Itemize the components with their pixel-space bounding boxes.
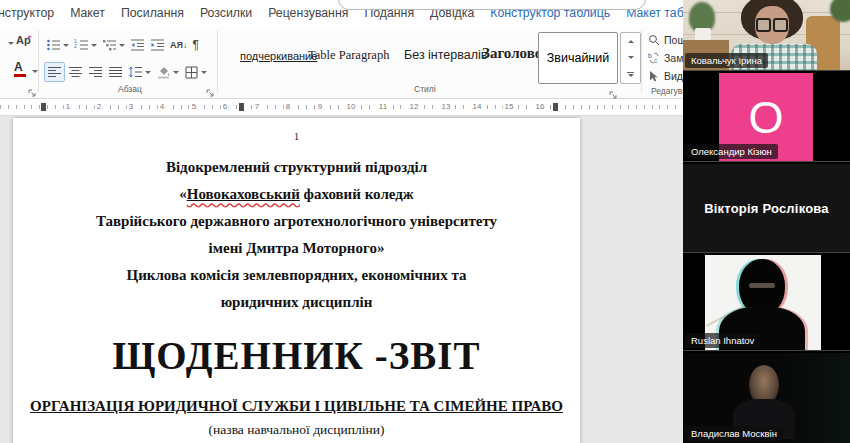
shading-bucket-button[interactable] [154, 63, 181, 81]
planter-decor [695, 28, 711, 40]
doc-line-disciplines[interactable]: юридичних дисциплін [13, 289, 580, 316]
doc-title[interactable]: ЩОДЕННИК -ЗВІТ [13, 334, 580, 378]
participant-display-name: Вікторія Рослікова [704, 201, 829, 216]
horizontal-ruler[interactable]: 1 2 3 4 5 6 7 8 9 10 11 12 13 14 15 16 [0, 99, 683, 116]
ruler-number: 8 [284, 102, 292, 111]
doc-line-college[interactable]: «Новокаховський фаховий коледж [13, 181, 580, 208]
style-no-spacing[interactable]: Без інтервалів [404, 48, 487, 62]
tab-references[interactable]: Посилання [113, 6, 192, 20]
font-color-bar [14, 74, 26, 77]
word-application: Конструктор Макет Посилання Розсилки Рец… [0, 0, 683, 443]
ruler-number: 14 [471, 102, 484, 111]
decrease-indent-button[interactable] [128, 36, 147, 54]
align-left-button[interactable] [44, 62, 65, 82]
ruler-number: 12 [408, 102, 421, 111]
font-size-dropdown-icon[interactable] [8, 42, 14, 45]
font-color-dropdown-icon[interactable] [32, 70, 38, 73]
participant-name-label: Ruslan Ihnatov [685, 333, 760, 348]
style-normal-selected[interactable]: Звичайний [538, 32, 618, 84]
styles-group-label: Стилі [414, 84, 436, 94]
pilcrow-button[interactable]: ¶ [190, 36, 200, 54]
document-canvas: 1 Відокремлений структурний підрозділ «Н… [0, 116, 683, 443]
ruler-number: 16 [534, 102, 547, 111]
video-tile-participant-4[interactable]: Ruslan Ihnatov [683, 255, 850, 351]
paragraph-group-label: Абзац [118, 84, 142, 94]
tab-constructor[interactable]: Конструктор [0, 6, 62, 20]
ruler-number: 11 [377, 102, 389, 111]
borders-button[interactable] [182, 63, 209, 81]
ruler-table-marker[interactable] [239, 103, 244, 111]
spellcheck-word[interactable]: Новокаховський [187, 186, 300, 202]
line-spacing-button[interactable] [126, 63, 153, 81]
search-icon [648, 34, 660, 46]
ruler-number: 1 [64, 102, 72, 111]
ruler-margin-marker[interactable] [41, 103, 46, 111]
gallery-up-icon[interactable] [628, 40, 634, 43]
replace-button[interactable]: bc Замінити [648, 52, 683, 64]
gallery-down-icon[interactable] [628, 56, 634, 59]
video-tile-participant-2[interactable]: O Олександир Кізюн [683, 73, 850, 162]
group-divider [38, 30, 39, 92]
ruler-number: 5 [190, 102, 198, 111]
ruler-number: 10 [345, 102, 358, 111]
multilevel-list-button[interactable] [100, 36, 127, 54]
title-search-box[interactable] [338, 0, 646, 10]
tab-layout[interactable]: Макет [62, 6, 113, 20]
style-podcherkivanie[interactable]: подчеркивание [240, 50, 317, 62]
font-color-button[interactable]: А [14, 62, 26, 77]
svg-text:2: 2 [74, 43, 77, 49]
font-dialog-launcher-icon[interactable] [27, 84, 37, 94]
styles-gallery-scroll[interactable] [620, 32, 641, 84]
ruler-number: 2 [95, 102, 103, 111]
ruler-margin-marker[interactable] [553, 103, 558, 111]
find-button[interactable]: Пошук [648, 34, 683, 46]
document-page[interactable]: 1 Відокремлений структурний підрозділ «Н… [13, 118, 580, 443]
video-call-panel: Ковальчук Ірина O Олександир Кізюн Вікто… [683, 0, 850, 443]
font-group: Ар ✦ А [0, 26, 38, 98]
increase-indent-button[interactable] [148, 36, 167, 54]
ruler-number: 4 [158, 102, 166, 111]
styles-dialog-launcher-icon[interactable] [608, 86, 618, 96]
select-button[interactable]: Виділити [648, 70, 683, 82]
svg-text:b: b [648, 52, 652, 59]
ruler-number: 6 [221, 102, 229, 111]
doc-subject[interactable]: ОРГАНІЗАЦІЯ ЮРИДИЧНОЇ СЛУЖБИ І ЦИВІЛЬНЕ … [13, 394, 580, 418]
align-center-button[interactable] [66, 63, 85, 81]
clear-formatting-spark-icon: ✦ [26, 33, 33, 42]
participant-name-label: Олександир Кізюн [685, 144, 778, 159]
doc-line-commission[interactable]: Циклова комісія землевпорядних, економіч… [13, 262, 580, 289]
ruler-number: 15 [503, 102, 516, 111]
paragraph-dialog-launcher-icon[interactable] [205, 84, 215, 94]
numbered-list-button[interactable]: 12 [72, 36, 99, 54]
styles-group: подчеркивание Table Paragraph Без інтерв… [218, 26, 640, 98]
gallery-expand-icon[interactable] [627, 72, 634, 77]
avatar-initial: O [748, 95, 783, 140]
participant-name-label: Ковальчук Ірина [685, 53, 768, 68]
video-tile-participant-3[interactable]: Вікторія Рослікова [683, 164, 850, 253]
tab-mailings[interactable]: Розсилки [192, 6, 260, 20]
justify-button[interactable] [106, 63, 125, 81]
ribbon: Ар ✦ А 12 [0, 26, 683, 99]
doc-line-subdivision[interactable]: Відокремлений структурний підрозділ [13, 154, 580, 181]
align-right-button[interactable] [86, 63, 105, 81]
editing-group-label: Редагування [651, 86, 683, 96]
ruler-number: 13 [440, 102, 453, 111]
style-table-paragraph[interactable]: Table Paragraph [308, 48, 389, 63]
doc-line-named-after[interactable]: імені Дмитра Моторного» [13, 235, 580, 262]
svg-text:c: c [654, 57, 658, 64]
sort-button[interactable]: АЯ↓ [168, 36, 189, 54]
page-number: 1 [13, 130, 580, 142]
doc-line-university[interactable]: Таврійського державного агротехнологічно… [13, 208, 580, 235]
cursor-arrow-icon [648, 70, 660, 82]
editing-group: Пошук bc Замінити Виділити Редагування [645, 26, 683, 98]
doc-caption[interactable]: (назва навчальної дисципліни) [13, 422, 580, 438]
bullet-list-button[interactable] [44, 36, 71, 54]
ribbon-tab-bar: Конструктор Макет Посилання Розсилки Рец… [0, 0, 683, 26]
video-tile-participant-5[interactable]: Владислав Москвін [683, 353, 850, 443]
ruler-number: 3 [127, 102, 135, 111]
application-window: Конструктор Макет Посилання Розсилки Рец… [0, 0, 850, 443]
participant-name-label: Владислав Москвін [685, 426, 783, 441]
glasses-decor [756, 18, 788, 29]
video-tile-participant-1[interactable]: Ковальчук Ірина [683, 0, 850, 71]
ruler-number: 9 [316, 102, 324, 111]
